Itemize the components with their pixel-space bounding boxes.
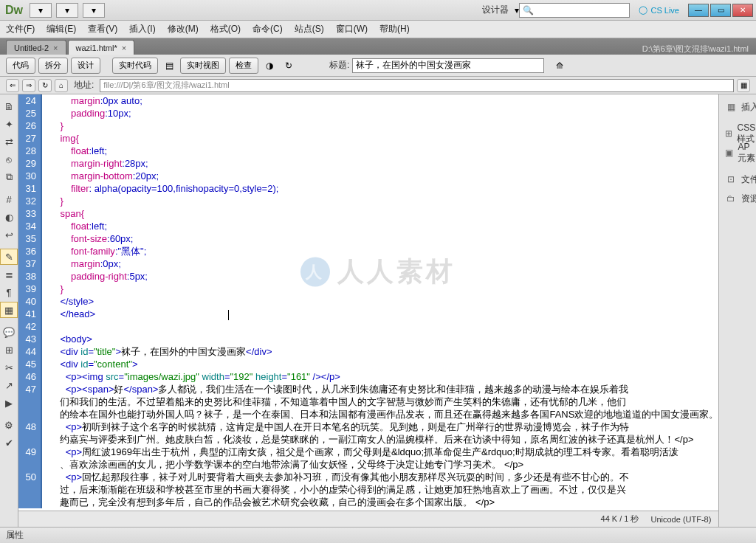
ap-icon: ▣ [725,147,733,159]
search-icon: 🔍 [523,5,534,15]
split-view-button[interactable]: 拆分 [38,58,68,74]
close-icon[interactable]: × [122,44,126,52]
word-wrap-icon[interactable]: ↩ [0,226,18,243]
parent-tag-icon[interactable]: ⎋ [0,151,18,167]
wrap-tag-icon[interactable]: ⊞ [0,342,18,358]
title-input[interactable] [352,58,544,73]
menu-modify[interactable]: 修改(M) [168,23,199,35]
menu-window[interactable]: 窗口(W) [336,23,368,35]
file-size: 44 K / 1 秒 [601,513,639,525]
workspace-dropdown[interactable]: ▾ [83,3,105,18]
css-icon: ⊞ [725,128,732,139]
close-icon[interactable]: × [53,44,58,52]
inspect-button[interactable]: 检查 [229,58,258,74]
indent-icon[interactable]: ▶ [0,395,18,411]
menu-help[interactable]: 帮助(H) [379,23,410,35]
code-hint-icon[interactable]: ▦ [0,302,18,318]
document-toolbar: 代码 拆分 设计 实时代码 ▤ 实时视图 检查 ◑ ↻ 标题: ⟰ [0,55,756,77]
address-bar: ⇐ ⇒ ↻ ⌂ 地址: ▦ [0,77,756,94]
files-icon: ⊡ [725,173,737,185]
title-label: 标题: [329,59,349,72]
menu-file[interactable]: 文件(F) [6,23,35,35]
browser-icon[interactable]: ↻ [281,58,297,74]
forward-button[interactable]: ⇒ [22,79,35,92]
maximize-button[interactable]: ▭ [710,4,731,17]
design-view-button[interactable]: 设计 [71,58,100,74]
layout-dropdown[interactable]: ▾ [30,3,52,18]
recent-snippets-icon[interactable]: ✂ [0,359,18,376]
panel-assets[interactable]: 🗀资源 [719,189,756,208]
menu-commands[interactable]: 命令(C) [252,23,283,35]
expand-icon[interactable]: ⇄ [0,134,18,150]
address-label: 地址: [74,79,94,91]
address-go-button[interactable]: ▦ [737,79,750,92]
validate-icon[interactable]: ✔ [0,435,18,451]
panel-insert[interactable]: ▦插入 [719,97,756,117]
multiscreen-icon[interactable]: ◑ [261,58,278,74]
app-logo: Dw [3,4,25,17]
open-docs-icon[interactable]: 🗎 [0,98,18,114]
menu-edit[interactable]: 编辑(E) [47,23,76,35]
file-mgmt-icon[interactable]: ⟰ [551,58,568,74]
comment-icon[interactable]: 💬 [0,324,18,340]
assets-icon: 🗀 [725,193,737,204]
tab-label: wazi1.html* [76,44,117,52]
collapse-icon[interactable]: ✦ [0,116,18,132]
auto-indent-icon[interactable]: ≣ [0,266,18,283]
live-view-button[interactable]: 实时视图 [180,58,226,74]
back-button[interactable]: ⇐ [6,79,19,92]
titlebar: Dw ▾ ▾ ▾ 设计器 ▾ 🔍 ◯CS Live — ▭ ✕ [0,0,756,21]
tab-label: Untitled-2 [14,44,49,52]
document-tabbar: Untitled-2 × wazi1.html* × D:\第6章\图文混排\w… [0,38,756,55]
highlight-icon[interactable]: ◐ [0,209,18,225]
extension-dropdown[interactable]: ▾ [56,3,78,18]
cslive-icon: ◯ [639,5,647,15]
menu-format[interactable]: 格式(O) [210,23,241,35]
cslive-button[interactable]: ◯CS Live [639,5,679,15]
designer-label[interactable]: 设计器 [482,4,509,16]
format-icon[interactable]: ⚙ [0,417,18,433]
panel-ap[interactable]: ▣AP 元素 [719,143,756,162]
hidden-chars-icon[interactable]: ¶ [0,284,18,300]
menubar: 文件(F) 编辑(E) 查看(V) 插入(I) 修改(M) 格式(O) 命令(C… [0,21,756,38]
file-path: D:\第6章\图文混排\wazi1.html [635,44,756,55]
encoding: Unicode (UTF-8) [651,515,712,524]
move-css-icon[interactable]: ↗ [0,377,18,393]
panel-css[interactable]: ⊞CSS样式 [719,124,756,143]
refresh-button[interactable]: ↻ [38,79,52,92]
coding-toolbar: 🗎 ✦ ⇄ ⎋ ⧉ # ◐ ↩ ✎ ≣ ¶ ▦ 💬 ⊞ ✂ ↗ ▶ ⚙ ✔ [0,94,18,527]
syntax-color-icon[interactable]: ✎ [0,249,18,265]
properties-label: 属性 [6,529,24,542]
line-numbers-icon[interactable]: # [0,191,18,207]
live-code-nav-icon[interactable]: ▤ [161,58,177,74]
menu-insert[interactable]: 插入(I) [129,23,155,35]
status-bar: 44 K / 1 秒 Unicode (UTF-8) [18,511,718,527]
balance-braces-icon[interactable]: ⧉ [0,169,18,185]
right-panel: ▦插入 ⊞CSS样式 ▣AP 元素 ⊡文件 🗀资源 [718,94,756,527]
live-code-button[interactable]: 实时代码 [112,58,158,74]
search-input[interactable]: 🔍 [519,3,630,18]
home-button[interactable]: ⌂ [55,79,68,92]
code-view-button[interactable]: 代码 [6,58,35,74]
insert-icon: ▦ [725,101,737,113]
menu-view[interactable]: 查看(V) [88,23,117,35]
tab-untitled[interactable]: Untitled-2 × [6,40,66,55]
code-editor[interactable]: 24 margin:0px auto;25 padding:10px;26 }2… [18,94,718,527]
menu-site[interactable]: 站点(S) [295,23,324,35]
tab-wazi1[interactable]: wazi1.html* × [68,40,135,55]
properties-panel[interactable]: 属性 [0,527,756,543]
minimize-button[interactable]: — [688,4,709,17]
close-button[interactable]: ✕ [732,4,753,17]
address-input[interactable] [100,79,734,92]
panel-files[interactable]: ⊡文件 [719,170,756,189]
